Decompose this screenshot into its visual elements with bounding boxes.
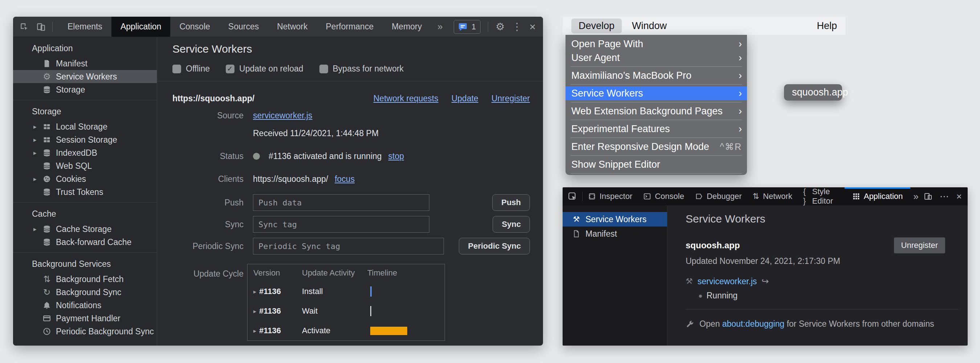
develop-dropdown-menu: Open Page With › User Agent › Maximilian… bbox=[565, 35, 747, 175]
sidebar-item-cache-storage[interactable]: ▸ Cache Storage bbox=[13, 223, 157, 236]
menu-item-experimental-features[interactable]: Experimental Features › bbox=[565, 122, 747, 136]
expand-arrow-icon[interactable]: ▸ bbox=[33, 175, 42, 183]
service-workers-submenu-flyout[interactable]: squoosh.app bbox=[784, 84, 842, 100]
more-tabs-icon[interactable]: » bbox=[431, 17, 449, 37]
sidebar-item-session-storage[interactable]: ▸ Session Storage bbox=[13, 133, 157, 146]
more-tabs-icon[interactable]: » bbox=[908, 187, 923, 205]
menu-item-enter-responsive-design-mode[interactable]: Enter Responsive Design Mode ^⌘R bbox=[565, 140, 747, 154]
sidebar-item-periodic-background-sync[interactable]: Periodic Background Sync bbox=[13, 325, 157, 338]
sidebar-item-local-storage[interactable]: ▸ Local Storage bbox=[13, 120, 157, 133]
responsive-design-icon[interactable] bbox=[924, 192, 932, 201]
sidebar-item-manifest[interactable]: Manifest bbox=[563, 226, 667, 241]
panel-header: Service Workers Offline Update on reload… bbox=[157, 37, 543, 81]
menu-item-open-page-with[interactable]: Open Page With › bbox=[565, 37, 747, 51]
tab-inspector[interactable]: Inspector bbox=[582, 187, 638, 205]
stop-link[interactable]: stop bbox=[388, 151, 404, 161]
expand-arrow-icon[interactable]: ▸ bbox=[33, 225, 42, 233]
sidebar-item-trust-tokens[interactable]: Trust Tokens bbox=[13, 185, 157, 199]
kebab-menu-icon[interactable]: ⋮ bbox=[512, 22, 522, 32]
inspector-icon bbox=[588, 193, 596, 201]
offline-checkbox[interactable] bbox=[172, 65, 181, 73]
push-data-input[interactable] bbox=[253, 194, 430, 211]
periodic-sync-tag-input[interactable] bbox=[253, 238, 444, 255]
network-arrows-icon: ⇅ bbox=[753, 192, 759, 201]
sidebar-item-storage[interactable]: Storage bbox=[13, 83, 157, 96]
menu-item-macbook-pro[interactable]: Maximiliano’s MacBook Pro › bbox=[565, 68, 747, 83]
firefox-devtools-window: Inspector Console Debugger ⇅ Network { }… bbox=[563, 187, 968, 345]
tab-application[interactable]: Application bbox=[111, 17, 170, 37]
menu-item-user-agent[interactable]: User Agent › bbox=[565, 51, 747, 65]
sidebar-item-background-fetch[interactable]: ⇅ Background Fetch bbox=[13, 272, 157, 286]
issues-bubble-icon bbox=[458, 22, 468, 31]
sidebar-item-notifications[interactable]: Notifications bbox=[13, 299, 157, 312]
inspect-worker-arrow-icon[interactable]: ↪ bbox=[762, 276, 769, 287]
periodic-sync-button[interactable]: Periodic Sync bbox=[459, 238, 530, 255]
expand-arrow-icon[interactable]: ▸ bbox=[33, 123, 42, 131]
expand-arrow-icon[interactable]: ▸ bbox=[33, 149, 42, 157]
sidebar-item-cookies[interactable]: ▸ Cookies bbox=[13, 172, 157, 185]
tab-debugger[interactable]: Debugger bbox=[690, 187, 747, 205]
expand-arrow-icon[interactable]: ▸ bbox=[253, 308, 256, 315]
tab-application[interactable]: Application bbox=[847, 187, 908, 205]
worker-status-row: ● Running bbox=[686, 291, 968, 301]
sidebar-item-payment-handler[interactable]: Payment Handler bbox=[13, 312, 157, 325]
menu-develop[interactable]: Develop bbox=[571, 19, 622, 33]
tab-performance[interactable]: Performance bbox=[317, 17, 383, 37]
bypass-for-network-checkbox-group[interactable]: Bypass for network bbox=[320, 64, 404, 74]
push-button[interactable]: Push bbox=[492, 194, 530, 211]
sync-tag-input[interactable] bbox=[253, 216, 430, 233]
submenu-chevron-icon: › bbox=[739, 70, 742, 81]
worker-file-link[interactable]: serviceworker.js bbox=[698, 277, 757, 287]
update-cycle-wait-row[interactable]: ▸ #1136 Wait bbox=[248, 301, 445, 321]
sidebar-item-web-sql[interactable]: Web SQL bbox=[13, 159, 157, 172]
sidebar-item-back-forward-cache[interactable]: Back-forward Cache bbox=[13, 236, 157, 248]
sidebar-item-service-workers[interactable]: ⚒ Service Workers bbox=[563, 212, 667, 226]
submenu-chevron-icon: › bbox=[739, 123, 742, 135]
tab-console[interactable]: Console bbox=[170, 17, 219, 37]
unregister-button[interactable]: Unregister bbox=[894, 237, 945, 253]
network-requests-link[interactable]: Network requests bbox=[374, 94, 439, 103]
sidebar-item-service-workers[interactable]: ⚙ Service Workers bbox=[13, 70, 157, 83]
meatball-menu-icon[interactable]: ⋯ bbox=[940, 192, 949, 201]
expand-arrow-icon[interactable]: ▸ bbox=[253, 328, 256, 334]
unregister-link[interactable]: Unregister bbox=[492, 94, 530, 103]
update-link[interactable]: Update bbox=[452, 94, 478, 103]
update-cycle-install-row[interactable]: ▸ #1136 Install bbox=[248, 282, 445, 301]
menu-item-show-snippet-editor[interactable]: Show Snippet Editor bbox=[565, 158, 747, 171]
device-toolbar-icon[interactable] bbox=[35, 21, 46, 32]
menu-help[interactable]: Help bbox=[817, 20, 837, 32]
close-devtools-icon[interactable]: × bbox=[529, 21, 536, 32]
offline-checkbox-group[interactable]: Offline bbox=[172, 64, 210, 74]
menu-window[interactable]: Window bbox=[632, 20, 667, 32]
sidebar-item-indexeddb[interactable]: ▸ IndexedDB bbox=[13, 146, 157, 159]
about-debugging-link[interactable]: about:debugging bbox=[722, 319, 784, 328]
update-on-reload-checkbox-group[interactable]: Update on reload bbox=[226, 64, 303, 74]
source-file-link[interactable]: serviceworker.js bbox=[253, 111, 312, 121]
pick-element-icon[interactable] bbox=[563, 187, 582, 205]
tab-style-editor[interactable]: { } Style Editor bbox=[798, 187, 847, 205]
tab-elements[interactable]: Elements bbox=[59, 17, 111, 37]
sidebar-item-manifest[interactable]: Manifest bbox=[13, 57, 157, 70]
tab-network[interactable]: ⇅ Network bbox=[747, 187, 798, 205]
sync-button[interactable]: Sync bbox=[493, 216, 530, 233]
menu-divider bbox=[571, 155, 742, 156]
update-on-reload-checkbox[interactable] bbox=[226, 65, 234, 73]
menu-item-service-workers[interactable]: Service Workers › bbox=[565, 86, 747, 100]
settings-gear-icon[interactable]: ⚙ bbox=[495, 22, 504, 32]
expand-arrow-icon[interactable]: ▸ bbox=[253, 288, 256, 295]
update-cycle-label: Update Cycle bbox=[172, 269, 243, 279]
debugger-icon bbox=[695, 193, 703, 201]
sidebar-item-background-sync[interactable]: ↻ Background Sync bbox=[13, 286, 157, 299]
expand-arrow-icon[interactable]: ▸ bbox=[33, 136, 42, 144]
update-cycle-activate-row[interactable]: ▸ #1136 Activate bbox=[248, 321, 445, 341]
inspect-element-icon[interactable] bbox=[19, 21, 30, 32]
issues-badge[interactable]: 1 bbox=[454, 20, 480, 34]
bypass-for-network-checkbox[interactable] bbox=[320, 65, 328, 73]
tab-console[interactable]: Console bbox=[638, 187, 690, 205]
tab-memory[interactable]: Memory bbox=[383, 17, 431, 37]
menu-item-web-extension-background-pages[interactable]: Web Extension Background Pages › bbox=[565, 104, 747, 118]
tab-network[interactable]: Network bbox=[268, 17, 317, 37]
tab-sources[interactable]: Sources bbox=[219, 17, 268, 37]
close-devtools-icon[interactable]: × bbox=[956, 192, 962, 201]
focus-link[interactable]: focus bbox=[335, 174, 355, 184]
